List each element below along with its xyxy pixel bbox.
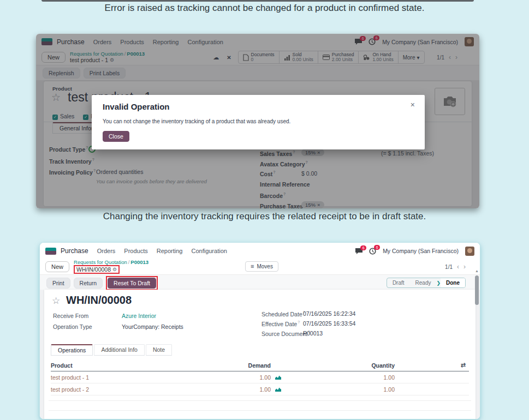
breadcrumb-current-highlighted: WH/IN/00008⚙ <box>74 265 148 274</box>
shot2-control-panel: New Requests for Quotation/P00013 WH/IN/… <box>40 259 480 274</box>
cropped-screenshot-edge <box>41 0 474 2</box>
field-label-scheduled-date: Scheduled Date? <box>261 310 305 317</box>
table-header-row: Product Demand Quantity ⇄ <box>51 359 469 371</box>
menu-configuration[interactable]: Configuration <box>191 248 227 254</box>
forecast-chart-icon[interactable] <box>275 375 282 380</box>
field-label-receive-from: Receive From <box>53 313 88 319</box>
company-switcher[interactable]: My Company (San Francisco) <box>383 248 459 254</box>
caption-top: Error is raised as tracking cannot be ch… <box>0 3 529 14</box>
operation-type-value[interactable]: YourCompany: Receipts <box>122 323 183 330</box>
red-highlight-box: WH/IN/00008⚙ <box>74 265 120 274</box>
odoo-logo-icon <box>45 248 56 255</box>
cell-demand: 1.00 <box>222 386 271 393</box>
divider <box>49 400 471 401</box>
cell-quantity: 1.00 <box>291 374 395 381</box>
shot2-body: ☆ WH/IN/00008 Receive From Azure Interio… <box>40 290 480 419</box>
screenshot-receipt-draft: Purchase Orders Products Reporting Confi… <box>39 242 480 419</box>
shot2-nav-right: 6 6 My Company (San Francisco) <box>355 247 474 256</box>
activities-icon[interactable]: 6 <box>369 248 376 255</box>
cell-product: test product - 1 <box>51 374 222 381</box>
cell-demand: 1.00 <box>222 374 271 381</box>
pager-value: 1/1 <box>445 264 453 270</box>
favorite-star-icon[interactable]: ☆ <box>52 295 60 307</box>
field-label-effective-date: Effective Date? <box>261 320 300 327</box>
col-header-product[interactable]: Product <box>51 362 222 369</box>
return-button[interactable]: Return <box>74 278 103 289</box>
print-button[interactable]: Print <box>46 278 70 289</box>
effective-date-value: 07/16/2025 16:33:54 <box>303 320 355 327</box>
pager-prev-icon[interactable]: ‹ <box>457 263 459 271</box>
operations-table: Product Demand Quantity ⇄ test product -… <box>51 359 469 395</box>
caption-bottom: Changing the inventory tracking requires… <box>0 211 529 222</box>
optional-columns-icon[interactable]: ⇄ <box>461 362 466 369</box>
menu-reporting[interactable]: Reporting <box>157 248 183 254</box>
forecast-chart-icon[interactable] <box>275 387 282 392</box>
field-label-operation-type: Operation Type <box>53 323 92 330</box>
invalid-operation-dialog: Invalid Operation × You can not change t… <box>92 95 425 149</box>
screenshot-error-dialog: Purchase Orders Products Reporting Confi… <box>36 34 479 208</box>
scrollbar-thumb[interactable] <box>475 275 479 305</box>
breadcrumb: Requests for Quotation/P00013 WH/IN/0000… <box>74 260 148 274</box>
dialog-title: Invalid Operation <box>103 102 170 111</box>
status-done[interactable]: Done <box>441 278 465 287</box>
status-bar: Draft Ready ❯ Done <box>387 278 466 288</box>
receipt-form-sheet: ☆ WH/IN/00008 Receive From Azure Interio… <box>44 290 475 419</box>
source-document-value[interactable]: P00013 <box>303 330 323 337</box>
new-button[interactable]: New <box>45 261 69 272</box>
status-chevron-icon: ❯ <box>436 280 441 286</box>
dialog-close-icon[interactable]: × <box>411 100 415 109</box>
tab-operations[interactable]: Operations <box>51 344 93 356</box>
scroll-up-icon[interactable]: ▲ <box>475 269 479 273</box>
moves-button[interactable]: ≡Moves <box>245 261 278 272</box>
receive-from-value[interactable]: Azure Interior <box>122 313 156 319</box>
user-avatar[interactable] <box>465 247 474 256</box>
pager: 1/1 ‹ › <box>445 263 466 271</box>
menu-orders[interactable]: Orders <box>97 248 116 254</box>
reset-to-draft-button[interactable]: Reset To Draft <box>108 278 156 289</box>
tab-note[interactable]: Note <box>146 344 172 356</box>
activities-badge: 6 <box>374 245 380 250</box>
divider <box>49 410 471 411</box>
hamburger-icon: ≡ <box>251 263 254 269</box>
gear-icon[interactable]: ⚙ <box>112 267 117 272</box>
messages-badge: 6 <box>360 245 366 250</box>
breadcrumb-parent-line[interactable]: Requests for Quotation/P00013 <box>74 260 148 266</box>
tab-additional-info[interactable]: Additional Info <box>94 344 145 356</box>
tutorial-page: Error is raised as tracking cannot be ch… <box>0 0 529 420</box>
table-row[interactable]: test product - 2 1.00 1.00 <box>51 383 469 395</box>
receipt-title: WH/IN/00008 <box>66 294 132 307</box>
app-name[interactable]: Purchase <box>61 247 88 255</box>
scheduled-date-value[interactable]: 07/16/2025 16:22:34 <box>303 310 355 317</box>
dialog-close-button[interactable]: Close <box>103 131 129 142</box>
pager-next-icon[interactable]: › <box>463 263 466 271</box>
cell-product: test product - 2 <box>51 386 222 393</box>
menu-products[interactable]: Products <box>124 248 147 254</box>
messages-icon[interactable]: 6 <box>355 248 362 254</box>
status-draft[interactable]: Draft <box>387 278 410 287</box>
table-row[interactable]: test product - 1 1.00 1.00 <box>51 371 469 383</box>
red-highlight-box: Reset To Draft <box>106 276 158 290</box>
status-ready[interactable]: Ready <box>410 278 437 287</box>
shot2-navbar: Purchase Orders Products Reporting Confi… <box>40 243 480 259</box>
notebook-tabs: Operations Additional Info Note <box>51 344 172 356</box>
cell-quantity: 1.00 <box>291 386 395 393</box>
shot2-action-bar: Print Return Reset To Draft Draft Ready … <box>40 274 480 291</box>
col-header-quantity[interactable]: Quantity <box>291 362 395 369</box>
dialog-message: You can not change the inventory trackin… <box>103 118 290 124</box>
col-header-demand[interactable]: Demand <box>222 362 271 369</box>
